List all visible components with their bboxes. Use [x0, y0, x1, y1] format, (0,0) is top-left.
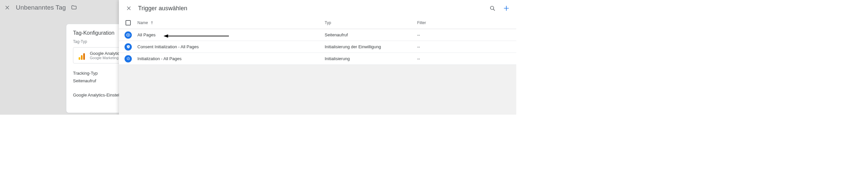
column-filter[interactable]: Filter [417, 21, 509, 25]
trigger-type: Initialisierung [325, 56, 417, 61]
trigger-name: Initialization - All Pages [137, 56, 325, 61]
eye-icon [125, 31, 132, 39]
table-header: Name Typ Filter [119, 17, 516, 29]
shield-icon [125, 43, 132, 51]
add-trigger-icon[interactable] [502, 4, 510, 12]
column-name[interactable]: Name [137, 21, 325, 25]
trigger-filter: -- [417, 56, 509, 61]
folder-icon[interactable] [71, 5, 77, 10]
column-type[interactable]: Typ [325, 21, 417, 25]
trigger-type: Initialisierung der Einwilligung [325, 44, 417, 49]
trigger-chooser-panel: Trigger auswählen Name Typ Filt [119, 0, 516, 115]
close-icon[interactable] [3, 4, 11, 11]
trigger-filter: -- [417, 32, 509, 37]
page-title: Unbenanntes Tag [16, 4, 66, 11]
google-analytics-icon [77, 51, 86, 60]
trigger-type: Seitenaufruf [325, 32, 417, 37]
trigger-name: Consent Initialization - All Pages [137, 44, 325, 49]
svg-line-1 [493, 9, 495, 10]
search-icon[interactable] [489, 4, 496, 12]
close-icon[interactable] [125, 4, 133, 12]
trigger-name: All Pages [137, 32, 325, 37]
power-icon [125, 55, 132, 62]
sort-ascending-icon [150, 21, 154, 25]
select-all-checkbox[interactable] [125, 20, 131, 25]
trigger-row[interactable]: Initialization - All PagesInitialisierun… [119, 53, 516, 65]
panel-title: Trigger auswählen [138, 5, 483, 12]
trigger-row[interactable]: All PagesSeitenaufruf-- [119, 29, 516, 41]
trigger-filter: -- [417, 44, 509, 49]
svg-point-2 [127, 34, 129, 36]
tag-type-name: Google Analytics [90, 51, 122, 56]
trigger-row[interactable]: Consent Initialization - All PagesInitia… [119, 41, 516, 53]
tag-type-sub: Google Marketing [90, 56, 122, 60]
